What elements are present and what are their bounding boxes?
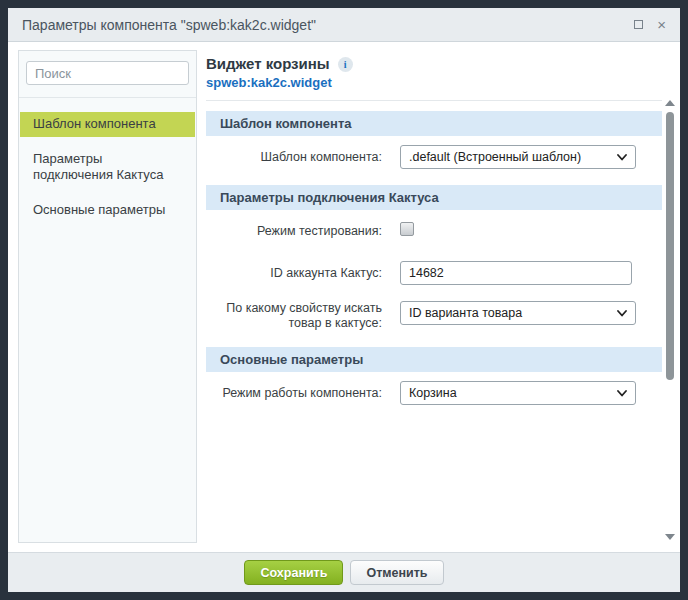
footer-bar: Сохранить Отменить xyxy=(8,552,680,592)
work-mode-select[interactable]: Корзина xyxy=(400,381,636,405)
sidebar: Шаблон компонента Параметры подключения … xyxy=(18,50,197,543)
search-property-row: По какому свойству искать товар в кактус… xyxy=(206,301,662,331)
template-row: Шаблон компонента: .default (Встроенный … xyxy=(206,145,662,169)
search-property-label: По какому свойству искать товар в кактус… xyxy=(206,301,382,331)
scroll-down-icon[interactable] xyxy=(665,534,675,540)
sidebar-item-template[interactable]: Шаблон компонента xyxy=(20,112,195,137)
info-icon[interactable]: i xyxy=(338,57,353,72)
sidebar-divider xyxy=(19,97,196,98)
account-id-label: ID аккаунта Кактус: xyxy=(206,261,382,285)
section-header-connection: Параметры подключения Кактуса xyxy=(206,185,662,210)
testing-mode-row: Режим тестирования: xyxy=(206,219,662,243)
account-id-row: ID аккаунта Кактус: xyxy=(206,261,662,285)
template-label: Шаблон компонента: xyxy=(206,145,382,169)
component-code: spweb:kak2c.widget xyxy=(206,75,662,90)
header-divider xyxy=(206,100,662,101)
testing-mode-checkbox[interactable] xyxy=(400,222,414,236)
page-title: Виджет корзины xyxy=(206,55,330,73)
work-mode-row: Режим работы компонента: Корзина xyxy=(206,381,662,405)
account-id-input[interactable] xyxy=(400,261,632,285)
template-select-value: .default (Встроенный шаблон) xyxy=(409,150,613,164)
dialog-body: Шаблон компонента Параметры подключения … xyxy=(8,42,680,552)
cancel-button[interactable]: Отменить xyxy=(350,560,443,585)
chevron-down-icon xyxy=(617,310,627,317)
dialog-title: Параметры компонента "spweb:kak2c.widget… xyxy=(22,17,634,33)
testing-mode-label: Режим тестирования: xyxy=(206,219,382,243)
close-icon[interactable]: × xyxy=(657,17,666,32)
save-button[interactable]: Сохранить xyxy=(244,560,343,585)
page-head: Виджет корзины i xyxy=(206,55,662,73)
maximize-icon[interactable] xyxy=(634,20,643,29)
search-property-select-value: ID варианта товара xyxy=(409,306,613,320)
scrollbar-thumb[interactable] xyxy=(666,112,674,380)
main-panel: Виджет корзины i spweb:kak2c.widget Шабл… xyxy=(206,42,662,551)
component-params-dialog: Параметры компонента "spweb:kak2c.widget… xyxy=(8,8,680,592)
work-mode-label: Режим работы компонента: xyxy=(206,381,382,405)
template-select[interactable]: .default (Встроенный шаблон) xyxy=(400,145,636,169)
scrollbar[interactable] xyxy=(663,100,677,540)
search-property-select[interactable]: ID варианта товара xyxy=(400,301,636,325)
chevron-down-icon xyxy=(617,390,627,397)
scroll-up-icon[interactable] xyxy=(665,100,675,106)
window-controls: × xyxy=(634,17,666,32)
dialog-titlebar: Параметры компонента "spweb:kak2c.widget… xyxy=(8,8,680,42)
section-header-template: Шаблон компонента xyxy=(206,111,662,136)
sidebar-item-connection[interactable]: Параметры подключения Кактуса xyxy=(20,146,195,188)
chevron-down-icon xyxy=(617,154,627,161)
section-header-main-params: Основные параметры xyxy=(206,347,662,372)
sidebar-item-main-params[interactable]: Основные параметры xyxy=(20,197,195,223)
search-input[interactable] xyxy=(26,61,189,85)
work-mode-select-value: Корзина xyxy=(409,386,613,400)
